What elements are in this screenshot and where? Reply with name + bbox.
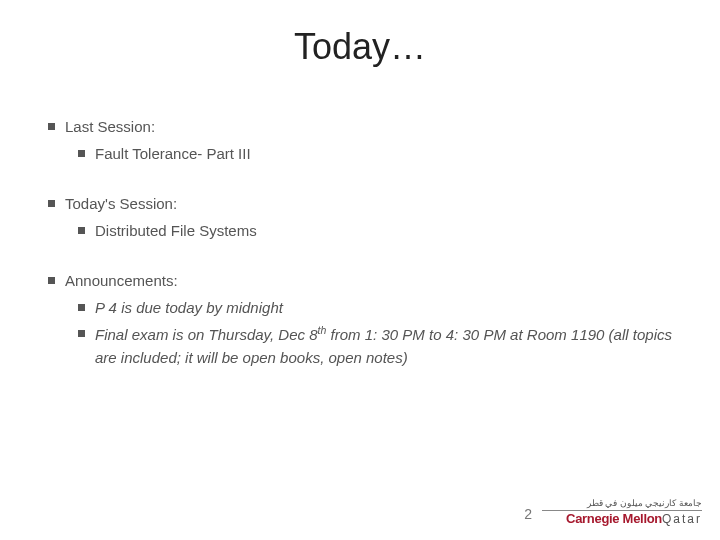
logo-line1: Carnegie Mellon [566, 511, 662, 526]
bullet-icon [78, 330, 85, 337]
section-heading: Last Session: [65, 116, 672, 139]
section-last-session: Last Session: Fault Tolerance- Part III [48, 116, 672, 165]
footer: 2 جامعة كارنيجي ميلون في قطر Carnegie Me… [524, 499, 702, 526]
section-todays-session: Today's Session: Distributed File System… [48, 193, 672, 242]
bullet-icon [78, 227, 85, 234]
bullet-icon [48, 200, 55, 207]
logo-line2: Qatar [662, 512, 702, 526]
bullet-icon [78, 150, 85, 157]
bullet-icon [48, 277, 55, 284]
slide-content: Last Session: Fault Tolerance- Part III … [48, 116, 672, 369]
logo-arabic-text: جامعة كارنيجي ميلون في قطر [587, 499, 702, 509]
page-number: 2 [524, 506, 532, 522]
bullet-icon [78, 304, 85, 311]
section-item: Distributed File Systems [95, 220, 672, 243]
slide-title: Today… [0, 26, 720, 68]
section-heading: Today's Session: [65, 193, 672, 216]
section-announcements: Announcements: P 4 is due today by midni… [48, 270, 672, 369]
section-heading: Announcements: [65, 270, 672, 293]
bullet-icon [48, 123, 55, 130]
section-item: Final exam is on Thursday, Dec 8th from … [95, 323, 672, 369]
section-item: Fault Tolerance- Part III [95, 143, 672, 166]
section-item: P 4 is due today by midnight [95, 297, 672, 320]
cmu-qatar-logo: جامعة كارنيجي ميلون في قطر Carnegie Mell… [542, 499, 702, 526]
